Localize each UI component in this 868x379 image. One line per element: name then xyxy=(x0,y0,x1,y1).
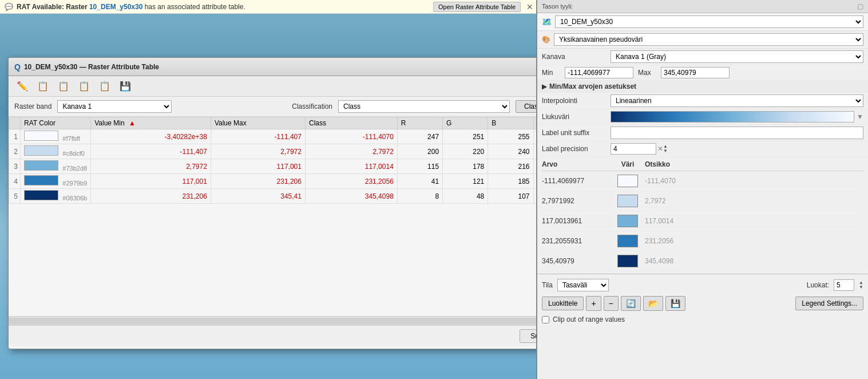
list-item[interactable]: -111,4069977 -111,4070 xyxy=(542,171,863,191)
table-row[interactable]: 4 #2979b9 117,001 231,206 231,2056 41 12… xyxy=(9,174,562,189)
rp-luokat-down-icon[interactable]: ▼ xyxy=(859,285,863,290)
list-item[interactable]: 345,40979 345,4098 xyxy=(542,251,863,271)
row-color[interactable]: #73b2d8 xyxy=(21,159,91,174)
rat-close-icon[interactable]: ✕ xyxy=(526,2,533,11)
table-row[interactable]: 1 #f7fbff -3,40282e+38 -111,407 -111,407… xyxy=(9,129,562,144)
toolbar-copy1-btn[interactable]: 📋 xyxy=(34,78,52,94)
rp-load-btn[interactable]: 📂 xyxy=(643,296,663,311)
row-value-min[interactable]: 231,206 xyxy=(91,189,211,204)
toolbar-edit-btn[interactable]: ✏️ xyxy=(13,78,31,94)
rp-label-unit-input[interactable] xyxy=(611,127,863,139)
raster-band-select[interactable]: Kanava 1 xyxy=(57,100,172,113)
row-color[interactable]: #c8dcf0 xyxy=(21,144,91,159)
open-rat-button[interactable]: Open Raster Attribute Table xyxy=(433,2,521,12)
row-color[interactable]: #2979b9 xyxy=(21,174,91,189)
rp-luokat-input[interactable] xyxy=(834,279,854,291)
row-value-max[interactable]: 345,41 xyxy=(211,189,305,204)
row-g[interactable]: 251 xyxy=(443,129,488,144)
row-value-max[interactable]: 117,001 xyxy=(211,159,305,174)
row-r[interactable]: 115 xyxy=(397,159,442,174)
row-g[interactable]: 121 xyxy=(443,174,488,189)
legend-vari[interactable] xyxy=(611,255,645,267)
row-value-max[interactable]: -111,407 xyxy=(211,129,305,144)
rp-layer-select[interactable]: 10_DEM_y50x30 xyxy=(555,15,863,28)
col-header-g[interactable]: G xyxy=(443,117,488,129)
rp-clip-checkbox[interactable] xyxy=(542,316,549,323)
rp-refresh-btn[interactable]: 🔄 xyxy=(621,296,641,311)
rat-text: RAT Available: Raster 10_DEM_y50x30 has … xyxy=(17,3,430,11)
rp-save-btn[interactable]: 💾 xyxy=(665,296,685,311)
col-header-class[interactable]: Class xyxy=(305,117,397,129)
rp-interpolointi-select[interactable]: Lineaarinen xyxy=(611,94,863,107)
col-header-rat-color[interactable]: RAT Color xyxy=(21,117,91,129)
rp-precision-down-icon[interactable]: ▼ xyxy=(663,149,668,153)
rp-remove-class-btn[interactable]: − xyxy=(604,296,619,311)
rp-colorbar-dropdown-icon[interactable]: ▼ xyxy=(857,113,863,121)
row-r[interactable]: 200 xyxy=(397,144,442,159)
row-b[interactable]: 255 xyxy=(488,129,533,144)
row-value-max[interactable]: 2,7972 xyxy=(211,144,305,159)
toolbar-save-btn[interactable]: 💾 xyxy=(116,78,134,94)
row-color[interactable]: #08306b xyxy=(21,189,91,204)
row-class[interactable]: 117,0014 xyxy=(305,159,397,174)
row-b[interactable]: 107 xyxy=(488,189,533,204)
row-class[interactable]: 2,7972 xyxy=(305,144,397,159)
table-row[interactable]: 5 #08306b 231,206 345,41 345,4098 8 48 1… xyxy=(9,189,562,204)
row-b[interactable]: 216 xyxy=(488,159,533,174)
toolbar-copy3-btn[interactable]: 📋 xyxy=(75,78,93,94)
rp-min-label: Min xyxy=(542,69,565,77)
rp-minmax-row: Min Max xyxy=(537,65,868,81)
row-class[interactable]: 231,2056 xyxy=(305,174,397,189)
list-item[interactable]: 2,7971992 2,7972 xyxy=(542,191,863,211)
legend-vari[interactable] xyxy=(611,195,645,207)
list-item[interactable]: 231,2055931 231,2056 xyxy=(542,231,863,251)
row-b[interactable]: 185 xyxy=(488,174,533,189)
legend-vari[interactable] xyxy=(611,175,645,187)
row-r[interactable]: 247 xyxy=(397,129,442,144)
row-g[interactable]: 48 xyxy=(443,189,488,204)
rp-kanava-row: Kanava Kanava 1 (Gray) xyxy=(537,49,868,65)
rp-interpolointi-row: Interpolointi Lineaarinen xyxy=(537,93,868,109)
legend-vari[interactable] xyxy=(611,235,645,247)
toolbar-copy4-btn[interactable]: 📋 xyxy=(96,78,114,94)
row-value-min[interactable]: 2,7972 xyxy=(91,159,211,174)
row-color[interactable]: #f7fbff xyxy=(21,129,91,144)
rp-add-class-btn[interactable]: + xyxy=(586,296,601,311)
rp-label-precision-input[interactable] xyxy=(611,143,656,155)
rp-layer-icon: 🗺️ xyxy=(542,17,552,26)
col-header-value-max[interactable]: Value Max xyxy=(211,117,305,129)
table-row[interactable]: 3 #73b2d8 2,7972 117,001 117,0014 115 17… xyxy=(9,159,562,174)
list-item[interactable]: 117,0013961 117,0014 xyxy=(542,211,863,231)
col-header-b[interactable]: B xyxy=(488,117,533,129)
rp-max-input[interactable] xyxy=(661,67,730,78)
row-value-min[interactable]: -111,407 xyxy=(91,144,211,159)
rp-precision-clear-icon[interactable]: ✕ xyxy=(657,145,663,153)
toolbar-copy2-btn[interactable]: 📋 xyxy=(54,78,73,94)
rp-legend-settings-btn[interactable]: Legend Settings... xyxy=(795,297,863,310)
rp-resize-icon[interactable]: ▢ xyxy=(857,2,863,10)
rp-tila-select[interactable]: Tasaväli xyxy=(557,279,609,291)
dialog-qgis-icon: Q xyxy=(14,62,21,72)
classification-select[interactable]: Class xyxy=(338,100,510,113)
rp-min-input[interactable] xyxy=(565,67,633,78)
row-g[interactable]: 220 xyxy=(443,144,488,159)
row-r[interactable]: 41 xyxy=(397,174,442,189)
col-header-value-min[interactable]: Value Min ▲ xyxy=(91,117,211,129)
table-row[interactable]: 2 #c8dcf0 -111,407 2,7972 2,7972 200 220… xyxy=(9,144,562,159)
rp-renderer-select[interactable]: Yksikanavainen pseudoväri xyxy=(554,33,863,46)
rp-luokittele-btn[interactable]: Luokittele xyxy=(542,297,584,310)
row-value-min[interactable]: -3,40282e+38 xyxy=(91,129,211,144)
row-class[interactable]: 345,4098 xyxy=(305,189,397,204)
legend-vari[interactable] xyxy=(611,215,645,227)
horizontal-scrollbar[interactable] xyxy=(9,318,562,325)
col-header-r[interactable]: R xyxy=(397,117,442,129)
rp-expand-row[interactable]: ▶ Min/Max arvojen asetukset xyxy=(537,81,868,93)
row-b[interactable]: 240 xyxy=(488,144,533,159)
table-scroll-area[interactable]: RAT Color Value Min ▲ Value Max Class R … xyxy=(9,117,562,316)
rp-kanava-select[interactable]: Kanava 1 (Gray) xyxy=(611,50,863,63)
row-class[interactable]: -111,4070 xyxy=(305,129,397,144)
row-value-max[interactable]: 231,206 xyxy=(211,174,305,189)
row-g[interactable]: 178 xyxy=(443,159,488,174)
row-r[interactable]: 8 xyxy=(397,189,442,204)
row-value-min[interactable]: 117,001 xyxy=(91,174,211,189)
